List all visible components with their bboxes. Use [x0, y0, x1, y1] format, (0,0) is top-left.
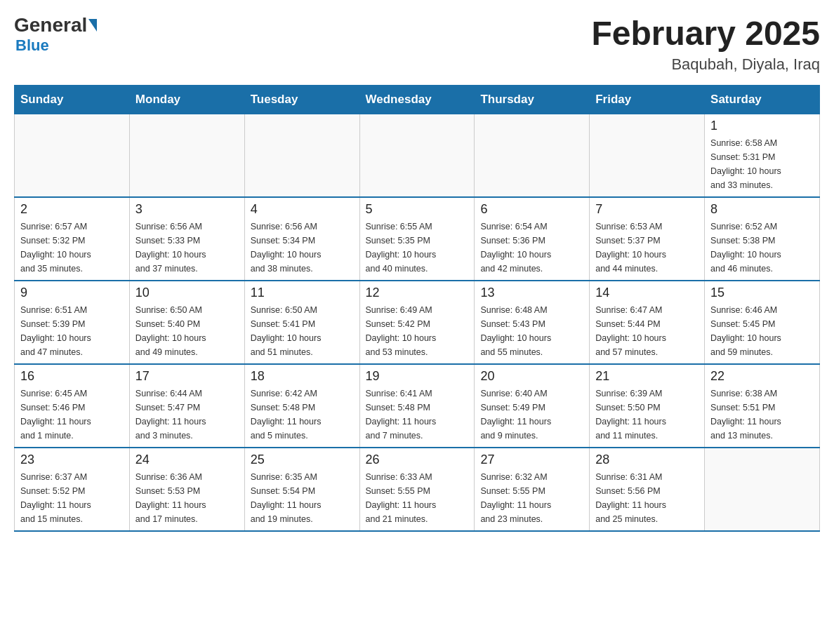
calendar-cell: 21Sunrise: 6:39 AM Sunset: 5:50 PM Dayli… — [590, 364, 705, 448]
day-info: Sunrise: 6:45 AM Sunset: 5:46 PM Dayligh… — [20, 387, 124, 443]
day-number: 7 — [595, 202, 699, 217]
day-info: Sunrise: 6:50 AM Sunset: 5:40 PM Dayligh… — [135, 303, 239, 359]
day-info: Sunrise: 6:35 AM Sunset: 5:54 PM Dayligh… — [251, 470, 354, 526]
calendar-cell — [590, 114, 705, 198]
day-info: Sunrise: 6:41 AM Sunset: 5:48 PM Dayligh… — [366, 387, 469, 443]
weekday-header-friday: Friday — [590, 86, 705, 114]
calendar-week-row: 1Sunrise: 6:58 AM Sunset: 5:31 PM Daylig… — [15, 114, 820, 198]
calendar-week-row: 9Sunrise: 6:51 AM Sunset: 5:39 PM Daylig… — [15, 281, 820, 364]
calendar-cell: 4Sunrise: 6:56 AM Sunset: 5:34 PM Daylig… — [244, 197, 359, 281]
day-info: Sunrise: 6:37 AM Sunset: 5:52 PM Dayligh… — [20, 470, 124, 526]
calendar-cell — [129, 114, 244, 198]
calendar-week-row: 2Sunrise: 6:57 AM Sunset: 5:32 PM Daylig… — [15, 197, 820, 281]
calendar-cell: 27Sunrise: 6:32 AM Sunset: 5:55 PM Dayli… — [475, 448, 590, 531]
day-number: 12 — [366, 286, 469, 300]
weekday-header-sunday: Sunday — [15, 86, 130, 114]
location-title: Baqubah, Diyala, Iraq — [591, 55, 820, 74]
logo-blue-text: Blue — [15, 36, 49, 55]
weekday-header-saturday: Saturday — [705, 86, 820, 114]
logo: General Blue — [14, 14, 98, 55]
day-info: Sunrise: 6:56 AM Sunset: 5:34 PM Dayligh… — [251, 220, 354, 276]
day-number: 27 — [480, 452, 583, 467]
calendar-cell — [705, 448, 820, 531]
calendar-cell: 19Sunrise: 6:41 AM Sunset: 5:48 PM Dayli… — [359, 364, 475, 448]
day-number: 22 — [710, 369, 814, 384]
calendar-cell — [15, 114, 130, 198]
day-number: 21 — [595, 369, 699, 384]
day-number: 2 — [20, 202, 124, 217]
day-number: 17 — [135, 369, 239, 384]
month-title: February 2025 — [591, 14, 820, 53]
calendar-cell — [244, 114, 359, 198]
day-number: 6 — [480, 202, 583, 217]
calendar-cell: 28Sunrise: 6:31 AM Sunset: 5:56 PM Dayli… — [590, 448, 705, 531]
day-info: Sunrise: 6:36 AM Sunset: 5:53 PM Dayligh… — [135, 470, 239, 526]
day-number: 19 — [366, 369, 469, 384]
calendar-cell: 22Sunrise: 6:38 AM Sunset: 5:51 PM Dayli… — [705, 364, 820, 448]
calendar-week-row: 16Sunrise: 6:45 AM Sunset: 5:46 PM Dayli… — [15, 364, 820, 448]
calendar-cell: 13Sunrise: 6:48 AM Sunset: 5:43 PM Dayli… — [475, 281, 590, 364]
day-info: Sunrise: 6:58 AM Sunset: 5:31 PM Dayligh… — [710, 136, 814, 192]
page-header: General Blue February 2025 Baqubah, Diya… — [14, 14, 820, 74]
calendar-cell: 3Sunrise: 6:56 AM Sunset: 5:33 PM Daylig… — [129, 197, 244, 281]
day-number: 20 — [480, 369, 583, 384]
calendar-cell: 23Sunrise: 6:37 AM Sunset: 5:52 PM Dayli… — [15, 448, 130, 531]
day-info: Sunrise: 6:54 AM Sunset: 5:36 PM Dayligh… — [480, 220, 583, 276]
calendar-cell: 25Sunrise: 6:35 AM Sunset: 5:54 PM Dayli… — [244, 448, 359, 531]
day-number: 16 — [20, 369, 124, 384]
day-number: 28 — [595, 452, 699, 467]
calendar-week-row: 23Sunrise: 6:37 AM Sunset: 5:52 PM Dayli… — [15, 448, 820, 531]
day-number: 11 — [251, 286, 354, 300]
calendar-cell: 20Sunrise: 6:40 AM Sunset: 5:49 PM Dayli… — [475, 364, 590, 448]
calendar-cell: 8Sunrise: 6:52 AM Sunset: 5:38 PM Daylig… — [705, 197, 820, 281]
calendar-table: SundayMondayTuesdayWednesdayThursdayFrid… — [14, 85, 820, 532]
day-info: Sunrise: 6:50 AM Sunset: 5:41 PM Dayligh… — [251, 303, 354, 359]
day-info: Sunrise: 6:56 AM Sunset: 5:33 PM Dayligh… — [135, 220, 239, 276]
weekday-header-tuesday: Tuesday — [244, 86, 359, 114]
weekday-header-wednesday: Wednesday — [359, 86, 475, 114]
calendar-cell: 17Sunrise: 6:44 AM Sunset: 5:47 PM Dayli… — [129, 364, 244, 448]
day-info: Sunrise: 6:32 AM Sunset: 5:55 PM Dayligh… — [480, 470, 583, 526]
day-number: 4 — [251, 202, 354, 217]
calendar-cell: 16Sunrise: 6:45 AM Sunset: 5:46 PM Dayli… — [15, 364, 130, 448]
day-info: Sunrise: 6:52 AM Sunset: 5:38 PM Dayligh… — [710, 220, 814, 276]
calendar-cell: 7Sunrise: 6:53 AM Sunset: 5:37 PM Daylig… — [590, 197, 705, 281]
day-number: 1 — [710, 119, 814, 133]
calendar-cell: 12Sunrise: 6:49 AM Sunset: 5:42 PM Dayli… — [359, 281, 475, 364]
day-number: 13 — [480, 286, 583, 300]
calendar-cell: 18Sunrise: 6:42 AM Sunset: 5:48 PM Dayli… — [244, 364, 359, 448]
day-number: 9 — [20, 286, 124, 300]
calendar-cell — [475, 114, 590, 198]
calendar-cell: 6Sunrise: 6:54 AM Sunset: 5:36 PM Daylig… — [475, 197, 590, 281]
calendar-cell: 5Sunrise: 6:55 AM Sunset: 5:35 PM Daylig… — [359, 197, 475, 281]
day-number: 18 — [251, 369, 354, 384]
title-area: February 2025 Baqubah, Diyala, Iraq — [591, 14, 820, 74]
calendar-cell: 11Sunrise: 6:50 AM Sunset: 5:41 PM Dayli… — [244, 281, 359, 364]
day-info: Sunrise: 6:40 AM Sunset: 5:49 PM Dayligh… — [480, 387, 583, 443]
calendar-cell: 26Sunrise: 6:33 AM Sunset: 5:55 PM Dayli… — [359, 448, 475, 531]
weekday-header-monday: Monday — [129, 86, 244, 114]
day-number: 3 — [135, 202, 239, 217]
day-number: 25 — [251, 452, 354, 467]
day-info: Sunrise: 6:39 AM Sunset: 5:50 PM Dayligh… — [595, 387, 699, 443]
day-number: 5 — [366, 202, 469, 217]
calendar-cell: 1Sunrise: 6:58 AM Sunset: 5:31 PM Daylig… — [705, 114, 820, 198]
day-info: Sunrise: 6:31 AM Sunset: 5:56 PM Dayligh… — [595, 470, 699, 526]
calendar-cell: 9Sunrise: 6:51 AM Sunset: 5:39 PM Daylig… — [15, 281, 130, 364]
calendar-body: 1Sunrise: 6:58 AM Sunset: 5:31 PM Daylig… — [15, 114, 820, 532]
day-info: Sunrise: 6:57 AM Sunset: 5:32 PM Dayligh… — [20, 220, 124, 276]
calendar-cell: 14Sunrise: 6:47 AM Sunset: 5:44 PM Dayli… — [590, 281, 705, 364]
day-info: Sunrise: 6:46 AM Sunset: 5:45 PM Dayligh… — [710, 303, 814, 359]
day-info: Sunrise: 6:55 AM Sunset: 5:35 PM Dayligh… — [366, 220, 469, 276]
calendar-cell: 2Sunrise: 6:57 AM Sunset: 5:32 PM Daylig… — [15, 197, 130, 281]
day-number: 24 — [135, 452, 239, 467]
logo-general-text: General — [14, 14, 87, 36]
logo-arrow-icon — [88, 19, 97, 32]
calendar-header: SundayMondayTuesdayWednesdayThursdayFrid… — [15, 86, 820, 114]
calendar-cell — [359, 114, 475, 198]
day-info: Sunrise: 6:47 AM Sunset: 5:44 PM Dayligh… — [595, 303, 699, 359]
calendar-cell: 24Sunrise: 6:36 AM Sunset: 5:53 PM Dayli… — [129, 448, 244, 531]
day-info: Sunrise: 6:53 AM Sunset: 5:37 PM Dayligh… — [595, 220, 699, 276]
weekday-header-row: SundayMondayTuesdayWednesdayThursdayFrid… — [15, 86, 820, 114]
day-info: Sunrise: 6:51 AM Sunset: 5:39 PM Dayligh… — [20, 303, 124, 359]
